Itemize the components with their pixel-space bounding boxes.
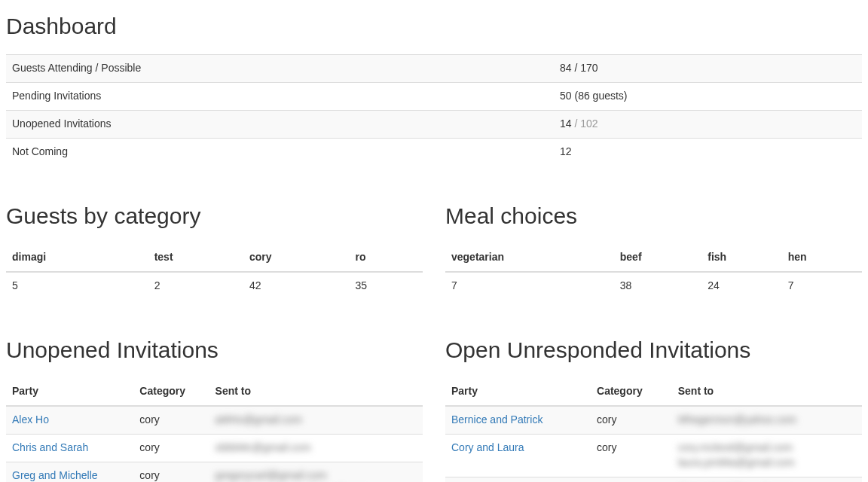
cell: 35 <box>350 272 423 300</box>
cell-category: cory <box>133 434 209 462</box>
cell-sent-to: xbbbMc@gmail.com <box>209 434 423 462</box>
summary-label: Guests Attending / Possible <box>6 55 554 83</box>
unopened-table: Party Category Sent to Alex Ho cory aMHo… <box>6 378 423 482</box>
col-header: vegetarian <box>445 244 614 272</box>
redacted-email: aMHo@gmail.com <box>215 413 302 426</box>
section-title-unopened: Unopened Invitations <box>6 337 423 363</box>
col-header-party: Party <box>6 378 133 406</box>
cell: 38 <box>614 272 702 300</box>
col-header: hen <box>782 244 862 272</box>
redacted-email: Mhegermon@yahoo.com <box>678 413 796 426</box>
cell-category: cory <box>591 477 672 482</box>
cell-sent-to: djstomMcM@gmail.com lizmckenough@gmail.c… <box>672 477 862 482</box>
col-header: ro <box>350 244 423 272</box>
summary-value: 50 (86 guests) <box>554 82 862 110</box>
table-row: Unopened Invitations 14 / 102 <box>6 110 862 138</box>
summary-value: 14 / 102 <box>554 110 862 138</box>
cell-category: cory <box>591 406 672 434</box>
col-header: dimagi <box>6 244 148 272</box>
cell-sent-to: gregorycarl@gmail.com michelle.o.simmons… <box>209 462 423 482</box>
col-header: fish <box>701 244 781 272</box>
table-row: Chris and Sarah cory xbbbMc@gmail.com <box>6 434 423 462</box>
redacted-email: xbbbMc@gmail.com <box>215 441 311 453</box>
col-header: test <box>148 244 243 272</box>
cell: 24 <box>701 272 781 300</box>
table-row: Not Coming 12 <box>6 138 862 165</box>
meals-table: vegetarian beef fish hen 7 38 24 7 <box>445 244 862 300</box>
cell-category: cory <box>133 406 209 434</box>
cell-category: cory <box>591 434 672 477</box>
unresponded-table: Party Category Sent to Bernice and Patri… <box>445 378 862 482</box>
col-header-sent-to: Sent to <box>209 378 423 406</box>
summary-label: Not Coming <box>6 138 554 165</box>
summary-label: Pending Invitations <box>6 82 554 110</box>
cell: 2 <box>148 272 243 300</box>
summary-value: 84 / 170 <box>554 55 862 83</box>
redacted-email: cory.mcleod@gmail.com <box>678 441 793 453</box>
dashboard-summary-table: Guests Attending / Possible 84 / 170 Pen… <box>6 54 862 166</box>
table-row: 5 2 42 35 <box>6 272 423 300</box>
table-row: Pending Invitations 50 (86 guests) <box>6 82 862 110</box>
col-header-party: Party <box>445 378 591 406</box>
section-title-categories: Guests by category <box>6 203 423 229</box>
summary-value: 12 <box>554 138 862 165</box>
party-link[interactable]: Cory and Laura <box>451 441 524 453</box>
section-title-meals: Meal choices <box>445 203 862 229</box>
summary-value-muted: / 102 <box>572 117 598 130</box>
party-link[interactable]: Alex Ho <box>12 413 49 426</box>
table-row: Cory and Laura cory cory.mcleod@gmail.co… <box>445 434 862 477</box>
party-link[interactable]: Bernice and Patrick <box>451 413 542 426</box>
cell-sent-to: cory.mcleod@gmail.com laura.pmiMa@gmail.… <box>672 434 862 477</box>
party-link[interactable]: Greg and Michelle <box>12 469 98 481</box>
categories-table: dimagi test cory ro 5 2 42 35 <box>6 244 423 300</box>
section-title-unresponded: Open Unresponded Invitations <box>445 337 862 363</box>
cell-category: cory <box>133 462 209 482</box>
summary-value-main: 14 <box>560 117 572 130</box>
col-header-category: Category <box>133 378 209 406</box>
redacted-email: gregorycarl@gmail.com <box>215 469 327 481</box>
cell-sent-to: aMHo@gmail.com <box>209 406 423 434</box>
col-header: cory <box>243 244 350 272</box>
cell: 7 <box>782 272 862 300</box>
table-row: Bernice and Patrick cory Mhegermon@yahoo… <box>445 406 862 434</box>
summary-label: Unopened Invitations <box>6 110 554 138</box>
page-title: Dashboard <box>6 14 862 39</box>
cell: 7 <box>445 272 614 300</box>
cell-sent-to: Mhegermon@yahoo.com <box>672 406 862 434</box>
redacted-email: laura.pmiMa@gmail.com <box>678 456 795 468</box>
table-row: Alex Ho cory aMHo@gmail.com <box>6 406 423 434</box>
col-header: beef <box>614 244 702 272</box>
col-header-category: Category <box>591 378 672 406</box>
table-row: Greg and Michelle cory gregorycarl@gmail… <box>6 462 423 482</box>
table-row: Dave and Elizabeth cory djstomMcM@gmail.… <box>445 477 862 482</box>
party-link[interactable]: Chris and Sarah <box>12 441 88 453</box>
table-row: 7 38 24 7 <box>445 272 862 300</box>
col-header-sent-to: Sent to <box>672 378 862 406</box>
cell: 42 <box>243 272 350 300</box>
cell: 5 <box>6 272 148 300</box>
table-row: Guests Attending / Possible 84 / 170 <box>6 55 862 83</box>
